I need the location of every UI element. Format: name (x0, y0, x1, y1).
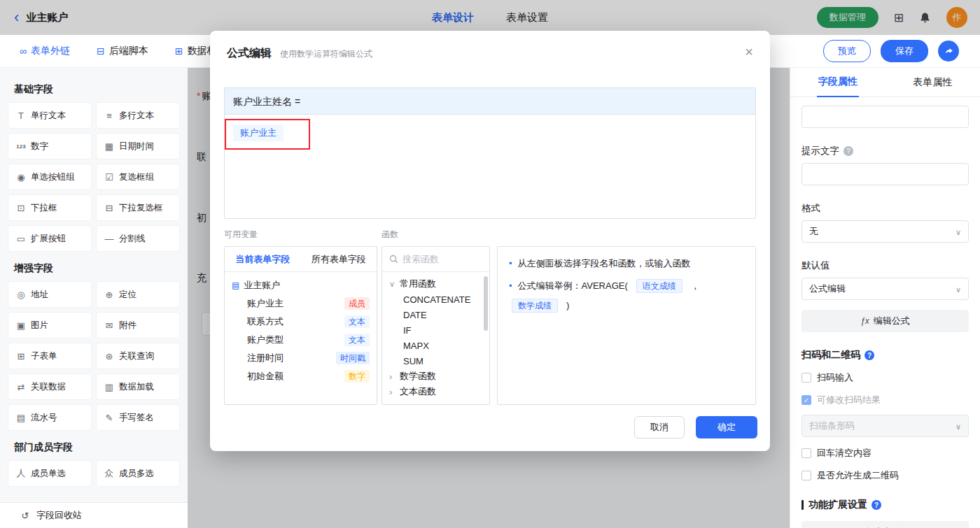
palette-item-linked-query[interactable]: ⊛关联查询 (97, 343, 179, 369)
confirm-button[interactable]: 确定 (696, 416, 757, 438)
palette-item-subform[interactable]: ⊞子表单 (8, 343, 91, 369)
divider-icon: — (104, 234, 115, 244)
properties-panel: 字段属性 表单属性 提示文字 格式 无 默认值 公式编辑 ƒx 编辑公式 扫码和… (790, 68, 980, 528)
checkbox-enter-clear[interactable]: 回车清空内容 (802, 447, 969, 459)
preview-button[interactable]: 预览 (823, 40, 871, 62)
formula-input-area[interactable]: 账户业主 (225, 115, 755, 218)
chevron-right-icon (389, 387, 396, 397)
checkbox-allow-qrcode[interactable]: 是否允许生成二维码 (802, 469, 969, 482)
edit-formula-button[interactable]: ƒx 编辑公式 (802, 310, 969, 332)
function-item[interactable]: CONCATENATE (389, 292, 482, 307)
palette-item-dropdown[interactable]: ⊡下拉框 (8, 195, 91, 220)
palette-item-attachment[interactable]: ✉附件 (97, 313, 179, 338)
function-item[interactable]: IF (389, 322, 482, 338)
field-type-tag: 文本 (344, 315, 370, 328)
palette-item-member-single[interactable]: 人成员单选 (8, 461, 91, 486)
palette-item-serial-number[interactable]: ▤流水号 (8, 405, 91, 430)
variable-field-row[interactable]: 注册时间 时间戳 (232, 349, 370, 367)
variable-field-row[interactable]: 账户类型 文本 (232, 331, 370, 349)
variables-panel: 当前表单字段 所有表单字段 ▤ 业主账户 账户业主 成员 联系方式 文本 账户类… (224, 246, 377, 405)
chevron-right-icon (389, 371, 396, 382)
bullet-icon (509, 257, 512, 271)
function-item[interactable]: SUM (389, 353, 482, 369)
palette-item-multi-line-text[interactable]: ≡多行文本 (97, 103, 179, 128)
palette-item-image[interactable]: ▣图片 (8, 313, 91, 338)
field-type-tag: 文本 (344, 334, 370, 346)
field-type-tag: 数字 (344, 370, 370, 383)
variable-field-row[interactable]: 初始金额 数字 (232, 367, 370, 385)
tab-field-properties[interactable]: 字段属性 (790, 68, 886, 97)
tab-current-form-fields[interactable]: 当前表单字段 (225, 247, 301, 271)
field-recycle-bin[interactable]: ↺ 字段回收站 (0, 502, 188, 528)
formula-editor: 账户业主姓名 = 账户业主 (224, 87, 756, 219)
linked-query-icon: ⊛ (104, 351, 115, 362)
palette-item-divider[interactable]: —分割线 (97, 226, 179, 251)
function-group-math[interactable]: 数学函数 (389, 369, 482, 384)
function-group-common[interactable]: 常用函数 (389, 276, 482, 292)
format-select[interactable]: 无 (802, 220, 969, 243)
share-icon[interactable] (938, 41, 959, 62)
example-field-chip: 语文成绩 (636, 279, 682, 293)
function-search[interactable] (382, 247, 489, 272)
palette-item-address[interactable]: ◎地址 (8, 282, 91, 307)
function-search-input[interactable] (402, 254, 479, 264)
formula-field-chip[interactable]: 账户业主 (233, 124, 284, 141)
palette-item-number[interactable]: 123数字 (8, 134, 91, 159)
scrollbar-thumb[interactable] (484, 276, 488, 331)
function-group-text[interactable]: 文本函数 (389, 384, 482, 399)
chevron-down-icon (955, 284, 961, 294)
palette-item-signature[interactable]: ✎手写签名 (97, 405, 179, 430)
subform-icon: ⊞ (15, 351, 27, 362)
save-button[interactable]: 保存 (881, 40, 928, 62)
field-type-tag: 时间戳 (336, 352, 370, 364)
tab-form-properties[interactable]: 表单属性 (886, 68, 980, 97)
palette-item-checkbox-group[interactable]: ☑复选框组 (97, 164, 179, 190)
variable-field-row[interactable]: 账户业主 成员 (232, 294, 370, 313)
variable-field-row[interactable]: 联系方式 文本 (232, 313, 370, 331)
fx-icon: ƒx (860, 316, 869, 326)
linked-data-icon: ⇄ (15, 382, 27, 392)
hint-text-input[interactable] (802, 163, 969, 185)
palette-item-location[interactable]: ⊕定位 (97, 282, 179, 307)
palette-item-single-line-text[interactable]: T单行文本 (8, 103, 91, 128)
formula-edit-modal: 公式编辑 使用数学运算符编辑公式 × 账户业主姓名 = 账户业主 可用变量 函数… (210, 31, 770, 451)
function-item[interactable]: MAPX (389, 338, 482, 353)
toolbar-link-backend-script[interactable]: ⊟ 后端脚本 (97, 45, 148, 57)
checkbox-icon[interactable] (802, 471, 811, 480)
help-text: 从左侧面板选择字段名和函数，或输入函数 (518, 257, 691, 271)
checkbox-icon[interactable] (802, 373, 811, 383)
help-icon[interactable] (864, 350, 874, 360)
help-icon[interactable] (844, 146, 853, 156)
scan-section-title: 扫码和二维码 (802, 349, 969, 362)
checkbox-scan-input[interactable]: 扫码输入 (802, 371, 969, 384)
palette-item-member-multi[interactable]: 众成员多选 (97, 461, 179, 486)
help-example-prefix: 公式编辑举例：AVERAGE( (518, 279, 628, 293)
help-icon[interactable] (872, 500, 881, 510)
palette-item-radio-group[interactable]: ◉单选按钮组 (8, 164, 91, 190)
tab-all-form-fields[interactable]: 所有表单字段 (301, 247, 377, 271)
functions-panel: 常用函数 CONCATENATE DATE IF MAPX SUM 数学函数 文… (382, 246, 490, 405)
palette-item-linked-data[interactable]: ⇄关联数据 (8, 374, 91, 399)
palette-item-multi-dropdown[interactable]: ⊟下拉复选框 (97, 195, 179, 220)
function-item[interactable]: DATE (389, 307, 482, 322)
address-icon: ◎ (15, 290, 27, 300)
palette-item-data-load[interactable]: ▥数据加载 (97, 374, 179, 399)
add-action-button[interactable]: 添加操作 (802, 521, 969, 528)
attachment-icon: ✉ (104, 320, 115, 331)
default-value-select[interactable]: 公式编辑 (802, 278, 969, 300)
field-type-tag: 成员 (344, 297, 370, 310)
toolbar-link-label: 表单外链 (31, 45, 70, 57)
palette-item-extend-button[interactable]: ▭扩展按钮 (8, 226, 91, 251)
format-label: 格式 (802, 202, 969, 215)
extend-button-icon: ▭ (15, 234, 27, 244)
member-single-icon: 人 (15, 467, 27, 480)
palette-item-datetime[interactable]: ▦日期时间 (97, 134, 179, 159)
palette-section-title: 增强字段 (14, 262, 174, 275)
cancel-button[interactable]: 取消 (634, 416, 685, 438)
close-icon[interactable]: × (745, 45, 753, 59)
form-node[interactable]: ▤ 业主账户 (232, 276, 370, 294)
field-title-input[interactable] (802, 106, 969, 128)
checkbox-icon[interactable] (802, 448, 811, 458)
toolbar-link-external-link[interactable]: ∞ 表单外链 (20, 45, 70, 57)
chevron-down-icon (955, 421, 961, 431)
